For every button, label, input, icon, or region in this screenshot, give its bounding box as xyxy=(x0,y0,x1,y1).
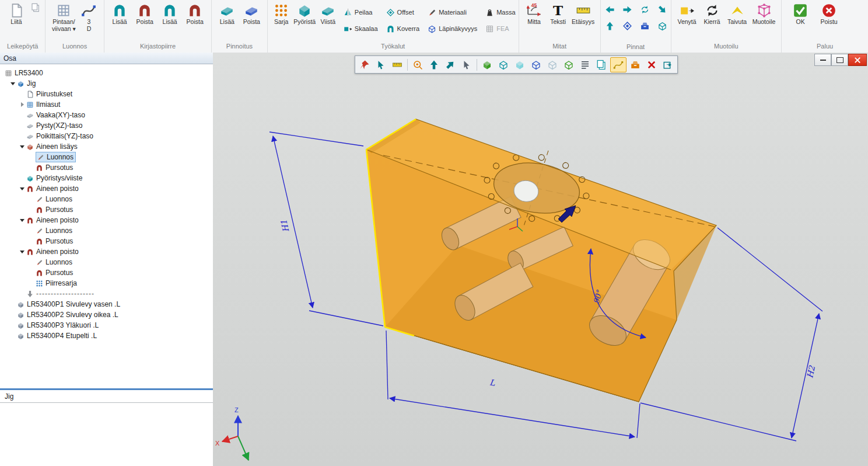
expand-arrow[interactable] xyxy=(9,80,17,88)
surface-tool-7-button[interactable] xyxy=(656,3,669,16)
fea-button[interactable]: FEA xyxy=(485,21,515,36)
surface-tool-6-button[interactable] xyxy=(639,19,652,32)
snap-vertex-button[interactable] xyxy=(426,58,442,72)
list-button[interactable] xyxy=(578,58,593,72)
surface-tool-4-button[interactable] xyxy=(621,19,634,32)
view-box-2-button[interactable] xyxy=(512,58,527,72)
tree-item-aineen-poisto-1[interactable]: Aineen poisto xyxy=(0,183,213,194)
bend-button[interactable]: Taivuta xyxy=(724,2,750,26)
pattern-button[interactable]: Sarja xyxy=(271,2,292,26)
tree-item-poikittais-taso[interactable]: Poikittais(YZ)-taso xyxy=(0,131,213,141)
paste-button[interactable]: Liitä xyxy=(3,2,30,26)
stretch-button[interactable]: Venytä xyxy=(674,2,700,26)
part-ref-icon xyxy=(17,332,24,340)
tree-item-p3-ylakuori[interactable]: LR53400P3 Yläkuori .L xyxy=(0,320,213,331)
shell-button[interactable]: Koverra xyxy=(386,21,420,36)
tree-item-ilmiasut[interactable]: Ilmiasut xyxy=(0,99,213,110)
expand-arrow[interactable] xyxy=(19,248,26,256)
expand-arrow[interactable] xyxy=(19,143,26,151)
ok-button[interactable]: OK xyxy=(789,2,812,26)
coating-add-button[interactable]: Lisää xyxy=(215,2,239,26)
tree-separator[interactable]: -------------------- xyxy=(0,288,213,299)
show-solid-button[interactable] xyxy=(480,58,495,72)
tree-item-luonnos-2[interactable]: Luonnos xyxy=(0,194,213,204)
select-add-button[interactable] xyxy=(373,58,388,72)
tree-item-piirresarja[interactable]: Piirresarja xyxy=(0,278,213,288)
tree-item-vaaka-taso[interactable]: Vaaka(XY)-taso xyxy=(0,110,213,120)
mass-button[interactable]: Massa xyxy=(485,5,515,20)
snap-center-button[interactable] xyxy=(410,58,425,72)
group-label: Pinnoitus xyxy=(212,42,267,53)
mirror-button[interactable]: Peilaa xyxy=(344,5,378,20)
coating-remove-button[interactable]: Poista xyxy=(239,2,264,26)
tree-item-root[interactable]: LR53400 xyxy=(0,68,213,78)
view-box-5-button[interactable] xyxy=(561,58,576,72)
library-add-button[interactable]: Lisää xyxy=(107,2,132,26)
rotate-button[interactable]: Kierrä xyxy=(700,2,724,26)
model-scene[interactable]: H1 H2 L 90° Z X xyxy=(213,53,868,466)
tree-item-luonnos-3[interactable]: Luonnos xyxy=(0,225,213,236)
tree-item-pursotus-2[interactable]: Pursotus xyxy=(0,204,213,215)
text-button[interactable]: T Teksti xyxy=(547,2,570,26)
scale-button[interactable]: Skaalaa xyxy=(344,21,378,36)
transparency-button[interactable]: Läpinäkyvyys xyxy=(428,21,477,36)
view-box-3-button[interactable] xyxy=(528,58,544,72)
tree-item-p2-sivulevy-oikea[interactable]: LR53400P2 Sivulevy oikea .L xyxy=(0,309,213,320)
tree-item-jig[interactable]: Jig xyxy=(0,78,213,89)
tree-item-aineen-poisto-3[interactable]: Aineen poisto xyxy=(0,246,213,257)
surface-tool-2-button[interactable] xyxy=(604,19,617,32)
export-view-button[interactable] xyxy=(660,58,676,72)
form-button[interactable]: Muotoile xyxy=(750,2,778,26)
collapse-arrow[interactable] xyxy=(19,101,26,109)
minimize-button[interactable] xyxy=(814,54,831,66)
tree-item-pyoristys[interactable]: Pyöristys/viiste xyxy=(0,173,213,183)
3d-viewport[interactable]: H1 H2 L 90° Z X xyxy=(213,53,868,466)
sketch-3d-button[interactable]: 3 D xyxy=(79,2,99,32)
library-remove-button[interactable]: Poista xyxy=(132,2,158,26)
pin-button[interactable] xyxy=(357,58,372,72)
tree-item-luonnos-4[interactable]: Luonnos xyxy=(0,257,213,267)
pick-window-button[interactable] xyxy=(459,58,474,72)
tree-item-pursotus-4[interactable]: Pursotus xyxy=(0,267,213,278)
delete-button[interactable] xyxy=(644,58,659,72)
view-box-4-button[interactable] xyxy=(545,58,560,72)
select-cursor-icon xyxy=(376,60,386,70)
offset-button[interactable]: Offset xyxy=(386,5,420,20)
surface-tool-3-button[interactable] xyxy=(621,3,634,16)
close-button[interactable] xyxy=(848,54,867,66)
exit-button[interactable]: Poistu xyxy=(817,2,841,26)
chamfer-button[interactable]: Viistä xyxy=(317,2,339,26)
library-add-multi-button[interactable]: Lisää xyxy=(158,2,183,26)
surface-tool-5-button[interactable] xyxy=(639,3,652,16)
surface-box-icon xyxy=(657,21,667,31)
material-button[interactable]: Materiaali xyxy=(428,5,477,20)
surface-tool-1-button[interactable] xyxy=(604,3,617,16)
tree-item-luonnos-selected[interactable]: Luonnos xyxy=(0,152,213,162)
tree-item-pursotus-1[interactable]: Pursotus xyxy=(0,162,213,173)
model-body[interactable] xyxy=(366,119,716,402)
expand-arrow[interactable] xyxy=(19,185,26,193)
measure-button[interactable] xyxy=(390,58,405,72)
snap-corner-button[interactable] xyxy=(443,58,458,72)
tree-item-piirustukset[interactable]: Piirustukset xyxy=(0,89,213,99)
curve-tool-button[interactable] xyxy=(610,57,626,72)
tree-item-pursotus-3[interactable]: Pursotus xyxy=(0,236,213,246)
archive-button[interactable] xyxy=(628,58,643,72)
copy-button[interactable] xyxy=(30,2,41,12)
fillet-button[interactable]: Pyöristä xyxy=(292,2,317,26)
tree-item-aineen-lisays-1[interactable]: Aineen lisäys xyxy=(0,141,213,152)
feature-tree: LR53400 Jig Piirustukset Ilmiasut Vaaka(… xyxy=(0,64,213,390)
surface-tool-8-button[interactable] xyxy=(656,19,669,32)
tree-item-p1-sivulevy-vasen[interactable]: LR53400P1 Sivulevy vasen .L xyxy=(0,299,213,309)
dimension-button[interactable]: 45 Mitta xyxy=(522,2,547,26)
distance-button[interactable]: Etäisyys xyxy=(570,2,597,26)
view-box-1-button[interactable] xyxy=(496,58,511,72)
expand-arrow[interactable] xyxy=(19,217,26,224)
tree-item-aineen-poisto-2[interactable]: Aineen poisto xyxy=(0,215,213,225)
copy-geometry-button[interactable] xyxy=(594,58,609,72)
sketch-on-face-button[interactable]: Pintaan/ viivaan ▾ xyxy=(48,2,79,32)
tree-item-p4-etupelti[interactable]: LR53400P4 Etupelti .L xyxy=(0,331,213,341)
library-remove-multi-button[interactable]: Poista xyxy=(183,2,208,26)
maximize-button[interactable] xyxy=(831,54,848,66)
tree-item-pysty-taso[interactable]: Pysty(XZ)-taso xyxy=(0,120,213,131)
